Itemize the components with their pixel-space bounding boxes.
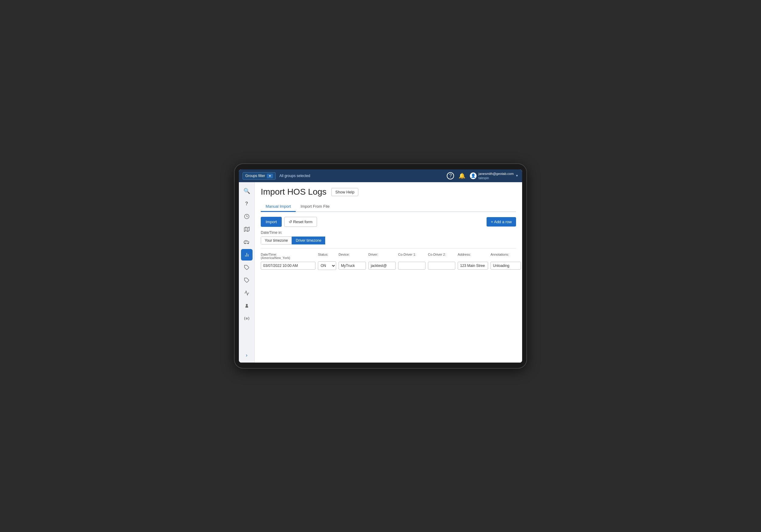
sidebar: 🔍 ? <box>239 182 255 362</box>
codriver1-input[interactable] <box>398 262 426 270</box>
datetime-section: Date/Time in: Your timezone Driver timez… <box>261 231 516 244</box>
sidebar-expand-button[interactable]: › <box>241 351 253 359</box>
header-status: Status: <box>318 253 336 260</box>
svg-marker-1 <box>244 227 249 232</box>
main-layout: 🔍 ? <box>239 182 522 362</box>
status-field-wrapper: ON OFF SB DR <box>318 261 336 270</box>
annotations-field-wrapper <box>491 262 521 270</box>
show-help-button[interactable]: Show Help <box>331 188 358 196</box>
form-row-headers: Date/Time: (America/New_York) Status: De… <box>261 253 516 260</box>
header-device: Device: <box>338 253 366 260</box>
user-menu[interactable]: 👤 janesmith@geotab.com talespin ▼ <box>470 172 518 180</box>
timezone-toggle: Your timezone Driver timezone <box>261 237 516 244</box>
header-annotations: Annotations: <box>491 253 521 260</box>
svg-point-6 <box>247 243 248 244</box>
device-input[interactable] <box>338 262 366 270</box>
groups-filter-button[interactable]: Groups filter ▼ <box>243 172 276 180</box>
form-row-inputs: ON OFF SB DR <box>261 261 516 270</box>
codriver2-field-wrapper <box>428 262 455 270</box>
header-codriver2: Co-Driver 2: <box>428 253 455 260</box>
form-table: Date/Time: (America/New_York) Status: De… <box>261 248 516 270</box>
header-datetime: Date/Time: (America/New_York) <box>261 253 316 260</box>
user-dropdown-arrow: ▼ <box>515 174 518 177</box>
help-icon[interactable]: ? <box>447 172 454 180</box>
header-codriver1: Co-Driver 1: <box>398 253 426 260</box>
groups-filter-dropdown-arrow: ▼ <box>267 174 273 178</box>
all-groups-text: All groups selected <box>279 174 447 178</box>
sidebar-item-custom2[interactable] <box>241 300 253 311</box>
top-nav: Groups filter ▼ All groups selected ? 🔔 … <box>239 170 522 182</box>
tab-manual-import[interactable]: Manual Import <box>261 202 296 212</box>
page-header: Import HOS Logs Show Help <box>261 187 516 197</box>
tab-import-from-file[interactable]: Import From File <box>296 202 334 212</box>
header-datetime-sub: (America/New_York) <box>261 256 316 260</box>
datetime-input[interactable] <box>261 262 316 270</box>
import-button[interactable]: Import <box>261 217 282 227</box>
page-title: Import HOS Logs <box>261 187 326 197</box>
codriver1-field-wrapper <box>398 262 426 270</box>
sidebar-item-analytics[interactable] <box>241 249 253 260</box>
tablet-screen: Groups filter ▼ All groups selected ? 🔔 … <box>239 170 522 362</box>
your-timezone-button[interactable]: Your timezone <box>261 237 292 244</box>
driver-field-wrapper <box>368 262 396 270</box>
sidebar-item-help[interactable]: ? <box>241 198 253 209</box>
content-area: Import HOS Logs Show Help Manual Import … <box>255 182 522 362</box>
sidebar-item-addins[interactable] <box>241 262 253 273</box>
codriver2-input[interactable] <box>428 262 455 270</box>
user-email: janesmith@geotab.com <box>478 172 514 176</box>
nav-icons: ? 🔔 👤 janesmith@geotab.com talespin ▼ <box>447 172 518 180</box>
sidebar-item-search[interactable]: 🔍 <box>241 185 253 197</box>
sidebar-item-reports[interactable] <box>241 211 253 222</box>
tabs-bar: Manual Import Import From File <box>261 202 516 212</box>
header-address: Address: <box>458 253 488 260</box>
device-field-wrapper <box>338 262 366 270</box>
svg-point-5 <box>244 243 245 244</box>
svg-point-12 <box>246 304 248 306</box>
bell-icon[interactable]: 🔔 <box>458 172 466 180</box>
action-bar-left: Import ↺ Reset form <box>261 217 317 227</box>
user-avatar: 👤 <box>470 173 477 179</box>
action-bar: Import ↺ Reset form + Add a row <box>261 217 516 227</box>
sidebar-item-addins2[interactable] <box>241 275 253 286</box>
address-field-wrapper <box>458 262 488 270</box>
header-driver: Driver: <box>368 253 396 260</box>
sidebar-item-map[interactable] <box>241 224 253 235</box>
driver-input[interactable] <box>368 262 396 270</box>
driver-timezone-button[interactable]: Driver timezone <box>292 237 325 244</box>
annotations-input[interactable] <box>491 262 521 270</box>
datetime-field-wrapper <box>261 262 316 270</box>
address-input[interactable] <box>458 262 488 270</box>
sidebar-item-vehicles[interactable] <box>241 236 253 248</box>
user-org: talespin <box>478 176 514 180</box>
tablet-frame: Groups filter ▼ All groups selected ? 🔔 … <box>235 164 526 368</box>
svg-point-13 <box>246 318 247 319</box>
reset-form-button[interactable]: ↺ Reset form <box>284 217 317 227</box>
sidebar-item-custom3[interactable] <box>241 313 253 324</box>
datetime-label: Date/Time in: <box>261 231 516 235</box>
sidebar-item-custom1[interactable] <box>241 287 253 299</box>
add-row-button[interactable]: + Add a row <box>487 217 516 227</box>
status-select[interactable]: ON OFF SB DR <box>318 261 336 270</box>
groups-filter-label: Groups filter <box>245 174 265 178</box>
